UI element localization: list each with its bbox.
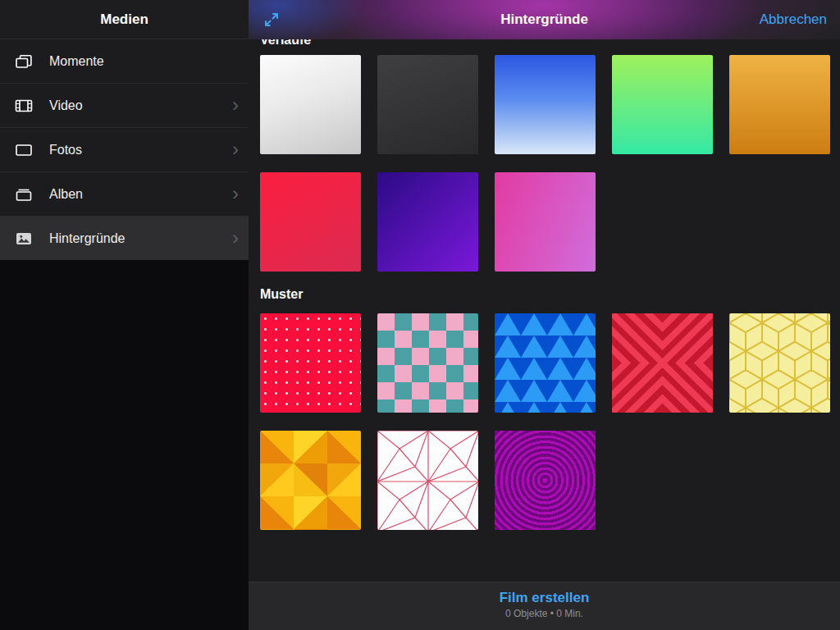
blue-swatch[interactable] — [495, 55, 596, 154]
dark-swatch[interactable] — [377, 55, 478, 154]
imovie-backgrounds-screen: Medien Hintergründe Abbrechen Momente — [0, 0, 840, 630]
sidebar-item-label: Momente — [49, 54, 104, 69]
cancel-button[interactable]: Abbrechen — [760, 0, 827, 39]
sidebar-item-alben[interactable]: Alben › — [0, 171, 249, 216]
sidebar-header: Medien — [0, 0, 249, 39]
chevron-right-icon: › — [232, 228, 239, 248]
sidebar-item-label: Hintergründe — [49, 231, 126, 246]
content-header: Hintergründe Abbrechen — [249, 0, 840, 39]
chevron-right-icon: › — [232, 139, 239, 159]
sidebar-item-video[interactable]: Video › — [0, 83, 249, 127]
dots-swatch[interactable] — [260, 313, 361, 413]
red-swatch[interactable] — [260, 172, 361, 272]
page-title: Hintergründe — [249, 0, 840, 39]
media-sidebar: Momente Video › Fotos › — [0, 39, 249, 630]
purple-swatch[interactable] — [377, 172, 478, 272]
sidebar-item-label: Alben — [49, 187, 83, 202]
pink-swatch[interactable] — [495, 172, 596, 272]
green-swatch[interactable] — [612, 55, 713, 154]
sidebar-item-fotos[interactable]: Fotos › — [0, 127, 249, 171]
pinwheel-swatch[interactable] — [260, 431, 361, 530]
top-bar: Medien Hintergründe Abbrechen — [0, 0, 840, 39]
bottom-bar: Film erstellen 0 Objekte • 0 Min. — [249, 582, 840, 630]
moments-icon — [13, 52, 34, 71]
triangles-swatch[interactable] — [495, 313, 596, 413]
pattern-swatch-grid — [249, 313, 840, 530]
section-label-verlaeufe: Verläufe — [260, 39, 840, 48]
albums-icon — [13, 185, 34, 204]
sidebar-item-hintergruende[interactable]: Hintergründe › — [0, 216, 249, 260]
section-label-muster: Muster — [260, 287, 840, 302]
light-swatch[interactable] — [260, 55, 361, 154]
sidebar-item-momente[interactable]: Momente — [0, 39, 249, 83]
photos-icon — [13, 140, 34, 160]
sidebar-item-label: Video — [49, 98, 83, 113]
chevron-swatch[interactable] — [612, 313, 713, 413]
diamonds-swatch[interactable] — [377, 313, 478, 413]
backgrounds-panel[interactable]: Verläufe Muster — [249, 39, 840, 582]
sidebar-title: Medien — [100, 11, 148, 28]
gradient-swatch-grid — [249, 55, 840, 272]
video-icon — [13, 96, 34, 116]
chevron-right-icon: › — [232, 184, 239, 203]
cubes-swatch[interactable] — [729, 313, 830, 413]
chevron-right-icon: › — [232, 95, 239, 115]
circles-swatch[interactable] — [495, 431, 596, 530]
create-movie-button[interactable]: Film erstellen — [500, 590, 590, 606]
project-status-text: 0 Objekte • 0 Min. — [249, 608, 840, 619]
sidebar-item-label: Fotos — [49, 143, 82, 158]
backgrounds-icon — [13, 229, 34, 249]
mesh-swatch[interactable] — [377, 431, 478, 530]
orange-swatch[interactable] — [729, 55, 830, 154]
